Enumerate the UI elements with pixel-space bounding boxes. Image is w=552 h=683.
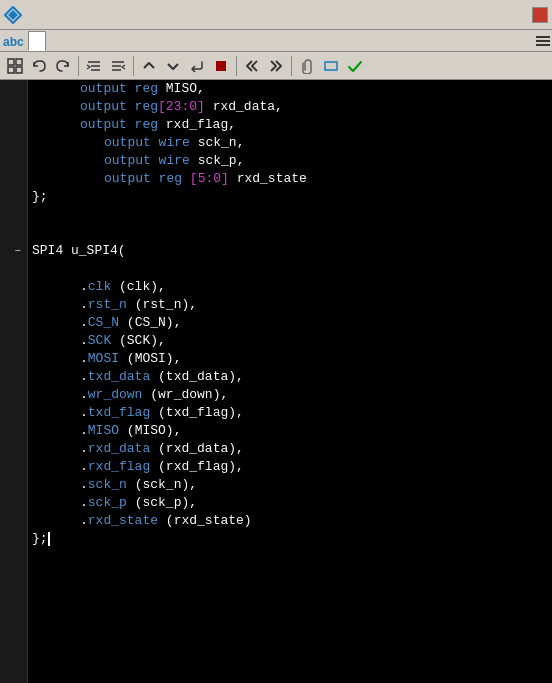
gutter-line	[0, 278, 27, 296]
svg-rect-8	[8, 67, 14, 73]
code-line: output reg rxd_flag,	[32, 116, 548, 134]
gutter-line	[0, 224, 27, 242]
tab-spi4[interactable]	[28, 31, 46, 51]
svg-rect-9	[16, 67, 22, 73]
gutter-line	[0, 260, 27, 278]
code-line	[32, 260, 548, 278]
line-gutter: −	[0, 80, 28, 683]
abc-icon: abc	[2, 32, 24, 50]
svg-rect-6	[8, 59, 14, 65]
toolbar-sep-2	[133, 56, 134, 76]
gutter-line	[0, 494, 27, 512]
gutter-line	[0, 170, 27, 188]
code-line: SPI4 u_SPI4(	[32, 242, 548, 260]
toolbar-down-btn[interactable]	[162, 55, 184, 77]
code-line: .sck_p (sck_p),	[32, 494, 548, 512]
code-line: .sck_n (sck_n),	[32, 476, 548, 494]
toolbar-up-btn[interactable]	[138, 55, 160, 77]
code-line: output reg MISO,	[32, 80, 548, 98]
gutter-line	[0, 332, 27, 350]
menu-icon[interactable]	[536, 34, 550, 48]
svg-rect-4	[536, 40, 550, 42]
close-button[interactable]	[532, 7, 548, 23]
toolbar-unindent-btn[interactable]	[107, 55, 129, 77]
code-editor[interactable]: output reg MISO,output reg[23:0] rxd_dat…	[28, 80, 552, 683]
toolbar-double-left-btn[interactable]	[241, 55, 263, 77]
toolbar-sep-1	[78, 56, 79, 76]
code-line: output reg[23:0] rxd_data,	[32, 98, 548, 116]
code-line: output wire sck_p,	[32, 152, 548, 170]
title-bar	[0, 0, 552, 30]
toolbar-clip-btn[interactable]	[296, 55, 318, 77]
svg-rect-17	[325, 62, 337, 70]
gutter-line: −	[0, 242, 27, 260]
code-line: .rst_n (rst_n),	[32, 296, 548, 314]
code-line: .MOSI (MOSI),	[32, 350, 548, 368]
gutter-line	[0, 404, 27, 422]
svg-rect-5	[536, 44, 550, 46]
toolbar-check-btn[interactable]	[344, 55, 366, 77]
toolbar-grid-btn[interactable]	[4, 55, 26, 77]
toolbar-sep-3	[236, 56, 237, 76]
tab-bar: abc	[0, 30, 552, 52]
code-line: .rxd_state (rxd_state)	[32, 512, 548, 530]
tab-right-area	[530, 34, 550, 48]
gutter-line	[0, 368, 27, 386]
svg-text:abc: abc	[3, 35, 24, 49]
gutter-line	[0, 386, 27, 404]
gutter-line	[0, 152, 27, 170]
code-line: .clk (clk),	[32, 278, 548, 296]
gutter-line	[0, 296, 27, 314]
code-area: − output reg MISO,output reg[23:0] rxd_d…	[0, 80, 552, 683]
code-line: .rxd_data (rxd_data),	[32, 440, 548, 458]
svg-rect-3	[536, 36, 550, 38]
gutter-line	[0, 476, 27, 494]
toolbar-return-btn[interactable]	[186, 55, 208, 77]
gutter-line	[0, 98, 27, 116]
code-line: .MISO (MISO),	[32, 422, 548, 440]
toolbar-double-right-btn[interactable]	[265, 55, 287, 77]
gutter-line	[0, 530, 27, 548]
code-line: };	[32, 530, 548, 548]
code-line: .txd_flag (txd_flag),	[32, 404, 548, 422]
toolbar-redo-btn[interactable]	[52, 55, 74, 77]
gutter-line	[0, 440, 27, 458]
toolbar-sep-4	[291, 56, 292, 76]
code-line: output wire sck_n,	[32, 134, 548, 152]
code-line: };	[32, 188, 548, 206]
toolbar	[0, 52, 552, 80]
gutter-line	[0, 422, 27, 440]
code-line: .txd_data (txd_data),	[32, 368, 548, 386]
svg-rect-16	[216, 61, 226, 71]
code-line	[32, 224, 548, 242]
text-cursor	[48, 532, 50, 546]
gutter-line	[0, 134, 27, 152]
gutter-line	[0, 116, 27, 134]
app-icon	[4, 6, 22, 24]
code-line: .SCK (SCK),	[32, 332, 548, 350]
svg-rect-7	[16, 59, 22, 65]
code-line: .wr_down (wr_down),	[32, 386, 548, 404]
code-line: output reg [5:0] rxd_state	[32, 170, 548, 188]
gutter-line	[0, 80, 27, 98]
toolbar-stop-btn[interactable]	[210, 55, 232, 77]
toolbar-undo-btn[interactable]	[28, 55, 50, 77]
code-line: .CS_N (CS_N),	[32, 314, 548, 332]
code-line: .rxd_flag (rxd_flag),	[32, 458, 548, 476]
gutter-line	[0, 206, 27, 224]
toolbar-indent-btn[interactable]	[83, 55, 105, 77]
gutter-line	[0, 350, 27, 368]
gutter-line	[0, 512, 27, 530]
gutter-line	[0, 458, 27, 476]
gutter-line	[0, 188, 27, 206]
code-line	[32, 206, 548, 224]
toolbar-block-btn[interactable]	[320, 55, 342, 77]
gutter-line	[0, 314, 27, 332]
